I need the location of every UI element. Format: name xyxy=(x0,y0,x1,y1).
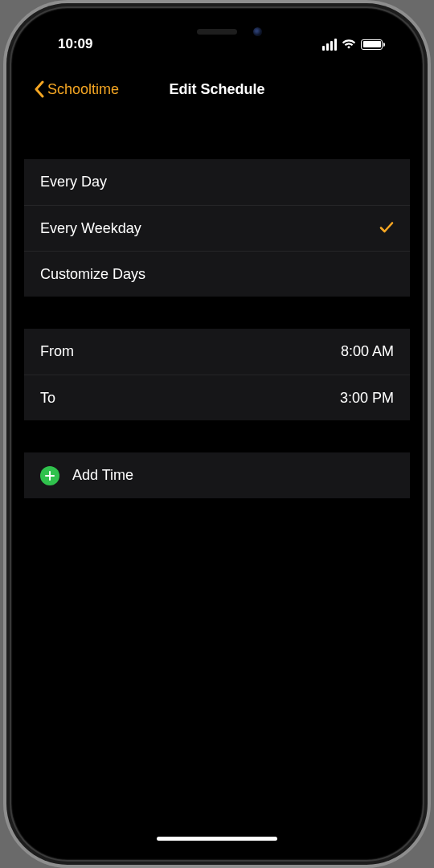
from-value: 8:00 AM xyxy=(341,343,394,360)
option-every-day[interactable]: Every Day xyxy=(24,159,410,205)
option-label: Every Day xyxy=(40,174,107,190)
status-time: 10:09 xyxy=(47,36,92,52)
phone-frame: 10:09 xyxy=(11,8,423,860)
back-label: Schooltime xyxy=(47,81,119,98)
plus-icon xyxy=(40,466,59,485)
to-label: To xyxy=(40,390,55,407)
screen: 10:09 xyxy=(24,19,410,849)
option-label: Every Weekday xyxy=(40,220,141,237)
home-indicator[interactable] xyxy=(157,837,277,841)
chevron-left-icon xyxy=(34,80,44,98)
add-time-button[interactable]: Add Time xyxy=(24,452,410,498)
option-every-weekday[interactable]: Every Weekday xyxy=(24,205,410,251)
to-value: 3:00 PM xyxy=(340,390,394,407)
back-button[interactable]: Schooltime xyxy=(24,80,119,98)
cellular-icon xyxy=(322,39,337,51)
option-customize-days[interactable]: Customize Days xyxy=(24,251,410,297)
time-range-group: From 8:00 AM To 3:00 PM xyxy=(24,329,410,420)
wifi-icon xyxy=(342,39,356,50)
to-row[interactable]: To 3:00 PM xyxy=(24,375,410,420)
add-time-group: Add Time xyxy=(24,452,410,498)
option-label: Customize Days xyxy=(40,266,145,283)
nav-bar: Schooltime Edit Schedule xyxy=(24,69,410,109)
from-row[interactable]: From 8:00 AM xyxy=(24,329,410,375)
notch xyxy=(133,19,301,47)
battery-icon xyxy=(361,39,383,50)
add-time-label: Add Time xyxy=(72,467,133,484)
checkmark-icon xyxy=(379,219,394,238)
day-options-group: Every Day Every Weekday Customize Days xyxy=(24,159,410,297)
from-label: From xyxy=(40,343,74,360)
content: Every Day Every Weekday Customize Days F… xyxy=(24,124,410,849)
